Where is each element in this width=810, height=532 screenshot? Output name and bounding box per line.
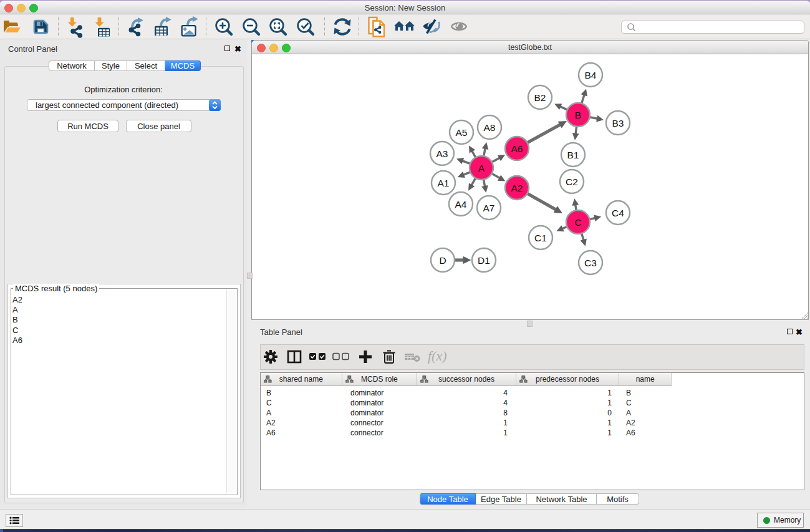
svg-text:A2: A2 bbox=[511, 183, 523, 193]
svg-text:A7: A7 bbox=[483, 203, 495, 213]
svg-text:B3: B3 bbox=[612, 118, 624, 128]
svg-text:B4: B4 bbox=[585, 70, 597, 80]
svg-text:C3: C3 bbox=[584, 258, 597, 268]
svg-text:A1: A1 bbox=[438, 178, 450, 188]
svg-text:C2: C2 bbox=[566, 177, 578, 187]
svg-text:A6: A6 bbox=[511, 143, 523, 154]
svg-text:C: C bbox=[574, 217, 581, 228]
svg-text:B: B bbox=[575, 110, 581, 120]
svg-text:A8: A8 bbox=[484, 122, 496, 133]
svg-text:C1: C1 bbox=[534, 233, 547, 243]
svg-text:B1: B1 bbox=[567, 150, 579, 160]
svg-text:C4: C4 bbox=[612, 208, 624, 218]
svg-text:A4: A4 bbox=[455, 199, 467, 210]
svg-text:D: D bbox=[439, 255, 446, 266]
svg-text:A3: A3 bbox=[436, 148, 448, 159]
svg-text:A: A bbox=[478, 163, 485, 173]
svg-text:A5: A5 bbox=[456, 127, 468, 138]
svg-text:D1: D1 bbox=[478, 255, 490, 266]
svg-text:B2: B2 bbox=[534, 92, 546, 103]
